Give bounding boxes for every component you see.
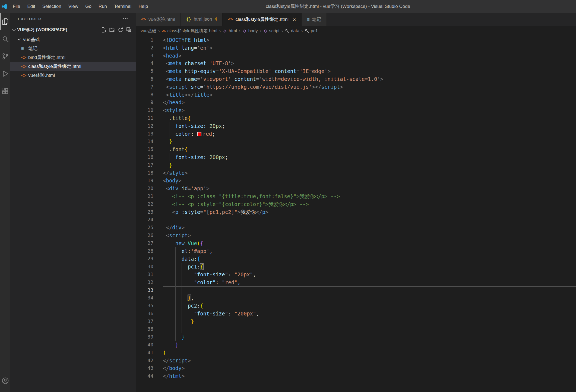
code-line-content: "font-size": "20px", <box>163 271 576 279</box>
menu-run[interactable]: Run <box>95 0 110 13</box>
code-token: } <box>191 318 194 324</box>
code-line[interactable]: 19<body> <box>136 177 576 185</box>
code-line[interactable]: 37 } <box>136 318 576 325</box>
code-token: > <box>182 225 185 230</box>
breadcrumb-item[interactable]: html <box>223 29 237 33</box>
code-line[interactable]: 14 } <box>136 138 576 146</box>
code-token: html <box>169 373 182 379</box>
code-line[interactable]: 5 <meta http-equiv='X-UA-Compatible' con… <box>136 67 576 75</box>
code-line[interactable]: 20 <div id='app'> <box>136 185 576 192</box>
code-line[interactable]: 27 new Vue({ <box>136 239 576 247</box>
symbol-element-icon <box>223 29 227 33</box>
editor-tab[interactable]: <>vue体验.html <box>136 13 181 26</box>
code-line[interactable]: 6 <meta name='viewport' content='width=d… <box>136 75 576 83</box>
code-line[interactable]: 30 pc1:{ <box>136 263 576 271</box>
account-icon[interactable] <box>1 374 9 388</box>
code-line[interactable]: 8 <title></title> <box>136 91 576 99</box>
code-line[interactable]: 9</head> <box>136 99 576 106</box>
menu-go[interactable]: Go <box>82 0 95 13</box>
code-line[interactable]: 38 <box>136 325 576 333</box>
workspace-actions <box>101 27 136 33</box>
more-actions-icon[interactable] <box>123 16 128 21</box>
code-line[interactable]: 26 <script> <box>136 232 576 239</box>
editor-tab[interactable]: <>class和style属性绑定.html× <box>223 13 302 26</box>
code-token <box>163 146 169 152</box>
code-line-content: "font-size": "200px", <box>163 310 576 318</box>
code-line[interactable]: 29 data:{ <box>136 255 576 263</box>
breadcrumb-item[interactable]: <>class和style属性绑定.html <box>162 28 217 34</box>
refresh-icon[interactable] <box>118 27 123 33</box>
tree-item-file[interactable]: <>class和style属性绑定.html <box>10 62 136 71</box>
code-line[interactable]: 23 <p :style="[pc1,pc2]">我爱你</p> <box>136 208 576 216</box>
code-line[interactable]: 33 <box>136 286 576 294</box>
code-line[interactable]: 11 .title{ <box>136 114 576 122</box>
code-line[interactable]: 10<style> <box>136 106 576 114</box>
code-line[interactable]: 16 font-size: 200px; <box>136 153 576 161</box>
code-line[interactable]: 34 }, <box>136 294 576 302</box>
editor-tab[interactable]: ≡笔记 <box>302 13 327 26</box>
code-line[interactable]: 24 <box>136 216 576 224</box>
run-debug-icon[interactable] <box>0 65 10 82</box>
code-line[interactable]: 17 } <box>136 161 576 169</box>
menu-view[interactable]: View <box>65 0 82 13</box>
menu-selection[interactable]: Selection <box>39 0 65 13</box>
code-line[interactable]: 44</html> <box>136 372 576 380</box>
code-token: html <box>166 45 178 51</box>
code-token <box>163 248 182 254</box>
code-line[interactable]: 41) <box>136 349 576 357</box>
html-file-icon: <> <box>228 17 233 22</box>
code-token: </ <box>163 358 169 363</box>
tree-item-folder[interactable]: vue基础 <box>10 35 136 44</box>
menu-edit[interactable]: Edit <box>24 0 39 13</box>
code-line-content <box>163 216 576 224</box>
code-line[interactable]: 15 .font{ <box>136 146 576 153</box>
editor-tab[interactable]: {}html.json4 <box>181 13 223 26</box>
code-token: p <box>175 209 178 215</box>
code-line[interactable]: 7 <script src='https://unpkg.com/vue/dis… <box>136 83 576 91</box>
code-line[interactable]: 43</body> <box>136 364 576 372</box>
breadcrumb-item[interactable]: data <box>285 29 299 33</box>
code-line[interactable]: 22 <!-- <p :style="{color:color}">我爱你</p… <box>136 200 576 208</box>
code-line[interactable]: 21 <!-- <p :class="{title:true,font:fals… <box>136 192 576 200</box>
new-file-icon[interactable] <box>101 27 106 33</box>
code-line[interactable]: 28 el:'#app', <box>136 247 576 255</box>
breadcrumb-item[interactable]: pc1 <box>305 29 318 33</box>
code-line[interactable]: 1<!DOCTYPE html> <box>136 36 576 44</box>
source-control-icon[interactable] <box>0 48 10 65</box>
code-line[interactable]: 13 color: red; <box>136 130 576 138</box>
code-line[interactable]: 35 pc2:{ <box>136 302 576 310</box>
code-line[interactable]: 25 </div> <box>136 224 576 232</box>
explorer-icon[interactable] <box>0 13 10 30</box>
tree-item-file[interactable]: ≡笔记 <box>10 44 136 53</box>
code-line[interactable]: 3<head> <box>136 52 576 60</box>
workspace-section-header[interactable]: VUE学习 (WORKSPACE) <box>10 25 136 35</box>
line-number: 30 <box>136 263 153 271</box>
extensions-icon[interactable] <box>0 82 10 100</box>
tree-item-file[interactable]: <>bind属性绑定.html <box>10 53 136 62</box>
code-line[interactable]: 2<html lang='en'> <box>136 44 576 52</box>
code-line[interactable]: 31 "font-size": "20px", <box>136 271 576 279</box>
search-icon[interactable] <box>0 30 10 48</box>
code-line[interactable]: 4 <meta charset='UTF-8'> <box>136 59 576 67</box>
breadcrumb-item[interactable]: script <box>263 29 279 33</box>
code-line-content: font-size: 20px; <box>163 122 576 130</box>
code-line[interactable]: 32 "color": "red", <box>136 279 576 286</box>
code-token <box>178 185 181 191</box>
tree-item-file[interactable]: <>vue体验.html <box>10 71 136 80</box>
breadcrumb-item[interactable]: body <box>242 29 258 33</box>
close-icon[interactable]: × <box>293 17 296 22</box>
menu-terminal[interactable]: Terminal <box>110 0 135 13</box>
code-token: 'IE=edge' <box>299 68 327 74</box>
line-number: 3 <box>136 52 153 60</box>
code-line[interactable]: 42</script> <box>136 357 576 365</box>
code-line[interactable]: 39 } <box>136 333 576 341</box>
menu-help[interactable]: Help <box>135 0 151 13</box>
code-line[interactable]: 18</style> <box>136 169 576 177</box>
code-line[interactable]: 36 "font-size": "200px", <box>136 310 576 318</box>
new-folder-icon[interactable] <box>109 27 115 33</box>
breadcrumb-item[interactable]: vue基础 <box>141 28 156 34</box>
code-line[interactable]: 40 } <box>136 341 576 349</box>
code-line[interactable]: 12 font-size: 20px; <box>136 122 576 130</box>
collapse-all-icon[interactable] <box>126 27 132 33</box>
menu-file[interactable]: File <box>9 0 24 13</box>
